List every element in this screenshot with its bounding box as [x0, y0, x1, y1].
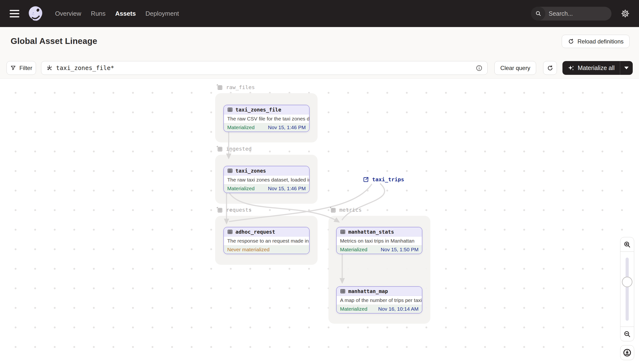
materialization-timestamp: Nov 15, 1:50 PM — [381, 247, 418, 252]
asset-name: manhattan_map — [348, 288, 388, 294]
asset-query-input[interactable] — [56, 64, 472, 72]
filter-button[interactable]: Filter — [7, 61, 36, 75]
asset-name: manhattan_stats — [348, 229, 394, 235]
materialize-all-split-button: Materialize all — [562, 61, 633, 75]
asset-node-taxi-zones[interactable]: taxi_zones The raw taxi zones dataset, l… — [223, 166, 310, 193]
asset-selection-input[interactable] — [41, 61, 488, 75]
zoom-in-button[interactable] — [620, 237, 634, 252]
dagster-logo-icon[interactable] — [27, 5, 44, 22]
refresh-icon — [547, 65, 553, 72]
page-title: Global Asset Lineage — [11, 36, 97, 46]
download-image-button[interactable] — [620, 345, 634, 360]
nav-item-runs[interactable]: Runs — [91, 10, 106, 18]
chevron-down-icon — [624, 66, 628, 69]
asset-name: taxi_zones_file — [235, 107, 281, 113]
hamburger-menu-icon[interactable] — [10, 10, 19, 18]
asset-selection-icon — [46, 65, 53, 71]
zoom-slider-track[interactable] — [626, 258, 629, 321]
query-info-icon[interactable] — [476, 65, 482, 72]
asset-node-manhattan-stats[interactable]: manhattan_stats Metrics on taxi trips in… — [336, 227, 422, 254]
search-input[interactable] — [545, 10, 611, 17]
global-search[interactable]: / — [531, 7, 611, 20]
group-label-raw-files[interactable]: raw_files — [216, 84, 255, 91]
page-header: Global Asset Lineage Reload definitions … — [0, 27, 639, 79]
asset-group-icon — [329, 206, 336, 214]
table-icon — [227, 168, 233, 174]
group-label-metrics[interactable]: metrics — [329, 206, 362, 214]
table-icon — [227, 229, 233, 234]
zoom-out-button[interactable] — [620, 326, 634, 341]
filter-funnel-icon — [10, 65, 16, 71]
asset-description: The raw taxi zones dataset, loaded int… — [224, 176, 309, 184]
refresh-button[interactable] — [543, 61, 557, 75]
sparkle-icon — [568, 65, 574, 72]
materialization-timestamp: Nov 16, 10:14 AM — [378, 306, 418, 312]
search-icon — [531, 7, 545, 20]
table-icon — [340, 288, 346, 294]
download-icon — [623, 348, 631, 357]
status-badge: Materialized — [340, 306, 367, 312]
asset-description: Metrics on taxi trips in Manhattan — [337, 236, 422, 246]
status-badge: Never materialized — [227, 247, 270, 252]
table-icon — [340, 229, 346, 234]
primary-nav: Overview Runs Assets Deployment — [55, 10, 179, 18]
asset-node-adhoc-request[interactable]: adhoc_request The response to an request… — [223, 227, 310, 254]
asset-name: adhoc_request — [235, 229, 275, 235]
lineage-edges — [0, 79, 639, 364]
asset-node-taxi-zones-file[interactable]: taxi_zones_file The raw CSV file for the… — [223, 105, 310, 132]
settings-gear-icon[interactable] — [621, 9, 630, 18]
materialize-all-button[interactable]: Materialize all — [562, 61, 620, 75]
asset-name: taxi_zones — [235, 168, 266, 174]
clear-query-button[interactable]: Clear query — [494, 61, 536, 75]
nav-item-overview[interactable]: Overview — [55, 10, 81, 18]
zoom-slider-thumb[interactable] — [622, 276, 632, 287]
lineage-toolbar: Filter Clear query — [7, 61, 633, 75]
nav-item-deployment[interactable]: Deployment — [145, 10, 179, 18]
external-link-icon — [363, 176, 369, 183]
group-label-ingested[interactable]: ingested — [216, 145, 252, 152]
table-icon — [227, 107, 233, 112]
asset-description: The response to an request made in th… — [224, 236, 309, 246]
external-asset-taxi-trips[interactable]: taxi_trips — [363, 176, 404, 183]
asset-group-icon — [216, 84, 223, 91]
status-badge: Materialized — [227, 186, 255, 192]
reload-icon — [568, 38, 574, 45]
group-label-requests[interactable]: requests — [216, 206, 252, 214]
status-badge: Materialized — [340, 247, 367, 252]
status-badge: Materialized — [227, 124, 255, 130]
materialization-timestamp: Nov 15, 1:46 PM — [268, 124, 306, 130]
materialize-options-dropdown[interactable] — [620, 61, 633, 75]
nav-item-assets[interactable]: Assets — [115, 10, 136, 18]
zoom-slider[interactable] — [620, 252, 634, 326]
asset-group-icon — [216, 145, 223, 152]
zoom-out-icon — [623, 330, 631, 338]
reload-definitions-button[interactable]: Reload definitions — [562, 35, 629, 48]
lineage-canvas[interactable]: raw_files ingested requests metrics taxi… — [0, 79, 639, 364]
asset-description: A map of the number of trips per taxi z… — [337, 296, 422, 305]
zoom-controls — [620, 237, 634, 341]
asset-node-manhattan-map[interactable]: manhattan_map A map of the number of tri… — [336, 286, 422, 314]
top-nav: Overview Runs Assets Deployment / — [0, 0, 639, 27]
materialization-timestamp: Nov 15, 1:46 PM — [268, 186, 306, 192]
asset-description: The raw CSV file for the taxi zones dat… — [224, 114, 309, 123]
zoom-in-icon — [623, 241, 631, 248]
asset-group-icon — [216, 206, 223, 214]
